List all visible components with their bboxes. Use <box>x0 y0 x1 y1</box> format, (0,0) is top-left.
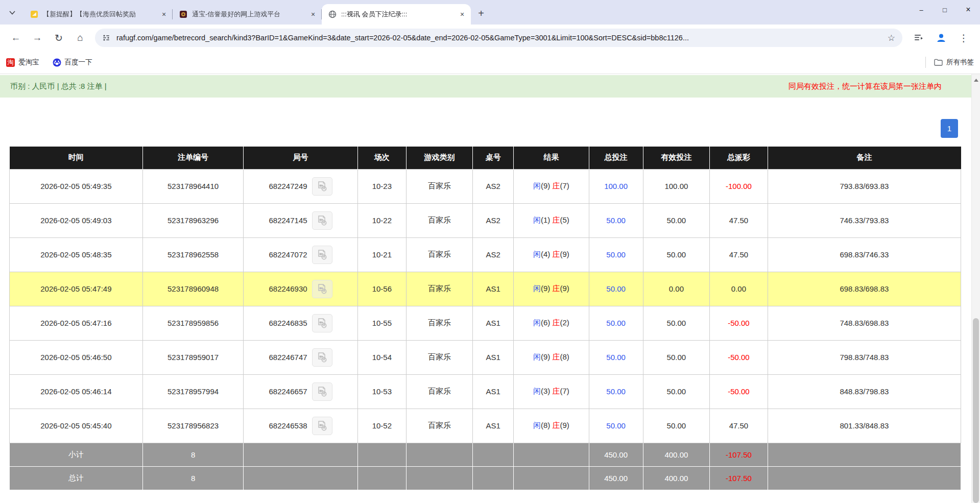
result-banker-score: (9) <box>560 421 569 429</box>
round-id-text: 682247145 <box>269 216 307 225</box>
tab-title: 通宝-信誉最好的网上游戏平台 <box>192 10 305 19</box>
url-text[interactable]: rafugf.com/game/betrecord_search/kind3?B… <box>116 34 882 42</box>
video-camera-icon <box>317 250 328 260</box>
result-banker-label: 庄 <box>553 352 560 361</box>
video-replay-button[interactable] <box>312 177 332 196</box>
table-footer: 小计 8 450.00 400.00 -107.50 总计 8 450.00 4… <box>10 443 961 490</box>
scroll-up-arrow-icon[interactable] <box>972 74 980 86</box>
tab-close-icon[interactable]: × <box>159 10 169 19</box>
new-tab-button[interactable]: + <box>474 6 488 20</box>
result-player-label: 闲 <box>533 284 541 293</box>
cell-valid-bet: 50.00 <box>643 306 709 340</box>
subtotal-total-bet: 450.00 <box>589 443 643 466</box>
cell-total-bet[interactable]: 50.00 <box>589 340 643 374</box>
table-row: 2026-02-05 05:47:49 523178960948 6822469… <box>10 272 961 306</box>
tab-close-icon[interactable]: × <box>458 10 467 19</box>
video-replay-button[interactable] <box>312 211 332 230</box>
cell-bet-id: 523178957994 <box>142 374 243 409</box>
round-id-text: 682246538 <box>269 421 307 430</box>
cell-total-bet[interactable]: 50.00 <box>589 374 643 409</box>
result-player-score: (6) <box>541 318 550 327</box>
browser-toolbar: ← → ↻ ⌂ rafugf.com/game/betrecord_search… <box>0 25 980 51</box>
subtotal-count: 8 <box>142 443 243 466</box>
cell-game-type: 百家乐 <box>406 409 472 443</box>
video-replay-button[interactable] <box>312 314 332 332</box>
window-close-button[interactable]: × <box>957 0 980 19</box>
video-replay-button[interactable] <box>312 348 332 367</box>
bookmark-star-icon[interactable]: ☆ <box>888 33 895 43</box>
media-controls-icon[interactable] <box>910 29 927 46</box>
bookmark-baidu[interactable]: 百度一下 <box>53 58 92 67</box>
cell-round-id: 682246657 <box>244 374 358 409</box>
tab-close-icon[interactable]: × <box>308 10 318 19</box>
result-player-score: (8) <box>541 421 550 429</box>
cell-table-no: AS2 <box>473 169 514 203</box>
cell-note: 748.83/698.83 <box>768 306 961 340</box>
cell-session: 10-21 <box>357 237 406 272</box>
address-bar[interactable]: rafugf.com/game/betrecord_search/kind3?B… <box>95 29 902 47</box>
video-replay-button[interactable] <box>312 417 332 435</box>
cell-total-bet[interactable]: 50.00 <box>589 237 643 272</box>
cell-total-bet[interactable]: 100.00 <box>589 169 643 203</box>
result-player-label: 闲 <box>533 215 541 224</box>
cell-round-id: 682246930 <box>244 272 358 306</box>
tab-tongbao-games[interactable]: 通宝-信誉最好的网上游戏平台 × <box>173 4 322 25</box>
browser-menu-icon[interactable]: ⋮ <box>955 29 972 46</box>
result-player-label: 闲 <box>533 421 541 429</box>
subtotal-row: 小计 8 450.00 400.00 -107.50 <box>10 443 961 466</box>
video-camera-icon <box>317 284 328 294</box>
cell-total-bet[interactable]: 50.00 <box>589 409 643 443</box>
back-button[interactable]: ← <box>7 29 25 46</box>
window-maximize-button[interactable]: □ <box>933 0 957 19</box>
reload-button[interactable]: ↻ <box>50 29 67 46</box>
col-game-type: 游戏类别 <box>406 147 472 169</box>
scrollbar-thumb[interactable] <box>973 318 979 503</box>
pagination-page-1-button[interactable]: 1 <box>941 119 958 138</box>
video-camera-icon <box>317 421 328 431</box>
round-id-text: 682246747 <box>269 353 307 362</box>
tab-haiyan-forum[interactable]: 【新提醒】【海燕优质回帖奖励 × <box>23 4 173 25</box>
bookmark-label: 爱淘宝 <box>18 58 39 67</box>
table-row: 2026-02-05 05:46:14 523178957994 6822466… <box>10 374 961 409</box>
toolbar-right: ⋮ <box>907 29 975 46</box>
tab-bet-records-active[interactable]: :::视讯 会员下注纪录::: × <box>322 4 471 25</box>
valid-bet-notice-text: 同局有效投注，统一计算在该局第一张注单内 <box>788 82 942 91</box>
result-player-score: (9) <box>541 181 550 190</box>
all-bookmarks-button[interactable]: 所有书签 <box>934 58 974 67</box>
forward-button[interactable]: → <box>29 29 46 46</box>
window-minimize-button[interactable]: – <box>910 0 933 19</box>
cell-time: 2026-02-05 05:47:16 <box>10 306 143 340</box>
video-camera-icon <box>317 215 328 226</box>
cell-bet-id: 523178959017 <box>142 340 243 374</box>
cell-note: 746.33/793.83 <box>768 203 961 237</box>
cell-table-no: AS1 <box>473 306 514 340</box>
result-player-score: (9) <box>541 352 550 361</box>
profile-avatar-icon[interactable] <box>933 29 950 46</box>
cell-game-type: 百家乐 <box>406 272 472 306</box>
cell-table-no: AS1 <box>473 374 514 409</box>
video-replay-button[interactable] <box>312 382 332 401</box>
total-total-bet: 450.00 <box>589 466 643 490</box>
home-button[interactable]: ⌂ <box>71 29 89 46</box>
cell-total-bet[interactable]: 50.00 <box>589 306 643 340</box>
cell-round-id: 682247145 <box>244 203 358 237</box>
page-scrollbar[interactable] <box>971 74 980 503</box>
tab-search-button[interactable] <box>5 5 19 19</box>
round-id-text: 682247072 <box>269 250 307 259</box>
cell-total-bet[interactable]: 50.00 <box>589 272 643 306</box>
currency-summary-text: 币别 : 人民币 | 总共 :8 注单 | <box>10 82 107 91</box>
bookmark-aitaobao[interactable]: 淘 爱淘宝 <box>6 58 39 67</box>
cell-bet-id: 523178959856 <box>142 306 243 340</box>
round-id-text: 682246930 <box>269 284 307 293</box>
cell-total-bet[interactable]: 50.00 <box>589 203 643 237</box>
site-info-icon[interactable] <box>102 34 110 42</box>
result-banker-score: (2) <box>560 318 569 327</box>
video-camera-icon <box>317 318 328 328</box>
video-replay-button[interactable] <box>312 280 332 298</box>
result-player-label: 闲 <box>533 387 541 395</box>
result-banker-label: 庄 <box>553 250 560 258</box>
col-note: 备注 <box>768 147 961 169</box>
cell-payout: 47.50 <box>710 203 768 237</box>
col-valid-bet: 有效投注 <box>643 147 709 169</box>
video-replay-button[interactable] <box>312 246 332 264</box>
